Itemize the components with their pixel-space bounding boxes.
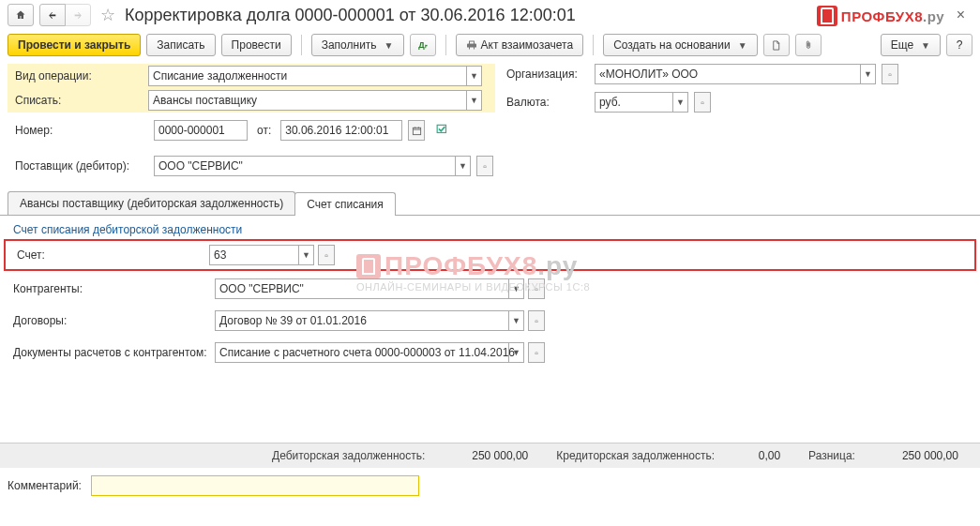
document-icon: [771, 39, 781, 52]
chevron-down-icon: ▼: [738, 40, 747, 51]
contract-combo[interactable]: Договор № 39 от 01.01.2016 ▼: [215, 310, 524, 331]
totals-footer: Дебиторская задолженность: 250 000,00 Кр…: [0, 443, 980, 468]
fill-button[interactable]: Заполнить▼: [311, 34, 404, 56]
comment-label: Комментарий:: [8, 479, 82, 492]
open-icon: ▫: [888, 69, 892, 80]
arrow-right-icon: [72, 10, 83, 20]
diff-value: 250 000,00: [865, 449, 958, 462]
report-button[interactable]: [763, 34, 790, 56]
number-label: Номер:: [8, 118, 148, 143]
open-docs-button[interactable]: ▫: [528, 342, 545, 363]
debit-label: Дебиторская задолженность:: [272, 449, 425, 462]
date-label: от:: [253, 124, 275, 137]
open-icon: ▫: [535, 348, 538, 358]
date-input[interactable]: 30.06.2016 12:00:01: [280, 120, 402, 141]
back-button[interactable]: [39, 4, 66, 26]
post-button[interactable]: Провести: [221, 34, 292, 56]
printer-icon: [466, 39, 477, 51]
save-button[interactable]: Записать: [146, 34, 215, 56]
docs-label: Документы расчетов с контрагентом:: [13, 346, 215, 359]
number-input[interactable]: 0000-000001: [154, 120, 248, 141]
contract-label: Договоры:: [13, 314, 215, 327]
docs-combo[interactable]: Списание с расчетного счета 0000-000003 …: [215, 342, 524, 363]
open-account-button[interactable]: ▫: [318, 245, 335, 265]
tab-content: Счет списания дебиторской задолженности …: [0, 216, 980, 443]
credit-label: Кредиторская задолженность:: [556, 449, 715, 462]
favorite-star-icon[interactable]: ☆: [97, 5, 119, 25]
open-icon: ▫: [535, 316, 538, 326]
contragent-label: Контрагенты:: [13, 282, 215, 295]
writeoff-label: Списать:: [8, 88, 148, 113]
open-icon: ▫: [535, 284, 538, 294]
calendar-button[interactable]: [408, 120, 425, 141]
credit-value: 0,00: [724, 449, 780, 462]
chevron-down-icon: ▼: [672, 93, 687, 112]
chevron-down-icon: ▼: [508, 343, 523, 362]
create-based-on-button[interactable]: Создать на основании▼: [603, 34, 757, 56]
open-org-button[interactable]: ▫: [882, 64, 898, 84]
debit-value: 250 000,00: [434, 449, 528, 462]
chevron-down-icon: ▼: [384, 40, 394, 51]
debit-credit-button[interactable]: Дᵣ: [410, 34, 436, 56]
post-and-close-button[interactable]: Провести и закрыть: [8, 34, 141, 56]
account-row-highlight: Счет: 63 ▼ ▫: [4, 239, 976, 271]
account-combo[interactable]: 63 ▼: [209, 245, 314, 265]
chevron-down-icon: ▼: [466, 67, 481, 85]
open-currency-button[interactable]: ▫: [694, 92, 711, 113]
chevron-down-icon: ▼: [455, 157, 470, 175]
supplier-combo[interactable]: ООО "СЕРВИС" ▼: [154, 156, 471, 176]
supplier-label: Поставщик (дебитор):: [8, 154, 148, 178]
writeoff-combo[interactable]: Авансы поставщику ▼: [148, 90, 482, 111]
chevron-down-icon: ▼: [298, 246, 313, 264]
account-label: Счет:: [9, 243, 209, 267]
open-supplier-button[interactable]: ▫: [476, 156, 493, 176]
attachment-button[interactable]: [795, 34, 822, 56]
more-button[interactable]: Еще▼: [881, 34, 941, 56]
paperclip-icon: [804, 38, 813, 52]
org-label: Организация:: [506, 62, 589, 86]
posted-status-icon: [436, 123, 449, 139]
chevron-down-icon: ▼: [860, 65, 875, 83]
contragent-combo[interactable]: ООО "СЕРВИС" ▼: [215, 278, 524, 299]
org-combo[interactable]: «МОНОЛИТ» ООО ▼: [595, 64, 876, 84]
op-type-label: Вид операции:: [8, 64, 148, 88]
logo-mark-icon: [817, 6, 837, 26]
chevron-down-icon: ▼: [921, 40, 930, 51]
calendar-icon: [412, 126, 422, 136]
forward-button[interactable]: [65, 4, 91, 26]
currency-combo[interactable]: руб. ▼: [595, 92, 688, 113]
help-button[interactable]: ?: [946, 34, 972, 56]
home-icon: [15, 9, 26, 21]
diff-label: Разница:: [808, 449, 855, 462]
open-icon: ▫: [324, 250, 328, 261]
home-button[interactable]: [8, 4, 34, 26]
arrow-left-icon: [47, 10, 58, 20]
dk-icon: Дᵣ: [418, 40, 426, 50]
svg-rect-0: [413, 128, 420, 134]
chevron-down-icon: ▼: [508, 311, 523, 330]
open-icon: ▫: [483, 161, 487, 172]
open-contragent-button[interactable]: ▫: [528, 278, 545, 299]
currency-label: Валюта:: [506, 90, 589, 114]
open-icon: ▫: [701, 98, 704, 108]
tab-advances[interactable]: Авансы поставщику (дебиторская задолженн…: [8, 191, 295, 215]
comment-input[interactable]: [91, 475, 419, 496]
act-offset-button[interactable]: Акт взаимозачета: [456, 34, 584, 56]
question-icon: ?: [957, 38, 963, 52]
open-contract-button[interactable]: ▫: [528, 310, 545, 331]
tab-writeoff-account[interactable]: Счет списания: [294, 192, 396, 216]
chevron-down-icon: ▼: [466, 91, 481, 110]
brand-logo: ПРОФБУХ8.ру: [817, 6, 944, 26]
op-type-combo[interactable]: Списание задолженности ▼: [148, 66, 482, 86]
close-button[interactable]: ×: [949, 7, 972, 23]
chevron-down-icon: ▼: [508, 279, 523, 298]
